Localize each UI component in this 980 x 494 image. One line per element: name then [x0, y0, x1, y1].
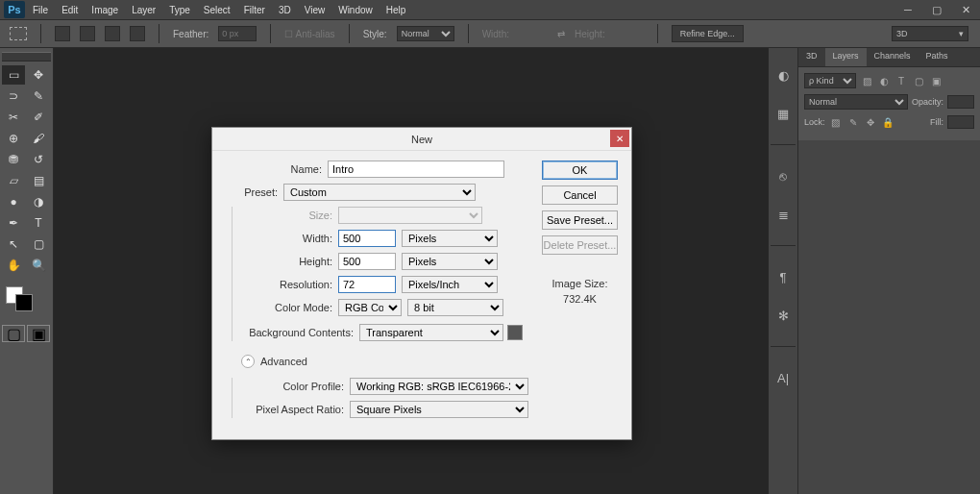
path-tool-icon[interactable]: ↖: [2, 235, 25, 254]
lock-pixels-icon[interactable]: ✎: [846, 115, 860, 129]
resolution-unit-select[interactable]: Pixels/Inch: [402, 276, 498, 293]
selection-new-icon[interactable]: [55, 26, 70, 41]
filter-adjust-icon[interactable]: ◐: [877, 74, 891, 87]
width-input[interactable]: [338, 230, 396, 247]
menu-window[interactable]: Window: [338, 5, 373, 15]
colorprofile-select[interactable]: Working RGB: sRGB IEC61966-2.1: [350, 378, 528, 395]
swatches-panel-icon[interactable]: ▦: [773, 104, 793, 123]
minimize-icon[interactable]: ─: [894, 0, 922, 19]
tool-preset-icon[interactable]: [10, 27, 27, 40]
close-icon[interactable]: ✕: [951, 0, 980, 19]
colormode-select[interactable]: RGB Color: [338, 299, 402, 316]
move-tool-icon[interactable]: ✥: [27, 65, 50, 85]
zoom-tool-icon[interactable]: 🔍: [27, 256, 50, 275]
standard-mode-icon[interactable]: ▢: [2, 325, 25, 342]
tab-3d[interactable]: 3D: [798, 48, 825, 66]
lasso-tool-icon[interactable]: ⊃: [2, 86, 25, 106]
lock-transparency-icon[interactable]: ▨: [829, 115, 843, 129]
lock-position-icon[interactable]: ✥: [864, 115, 877, 129]
stamp-tool-icon[interactable]: ⛃: [2, 150, 25, 169]
resolution-input[interactable]: [338, 276, 396, 293]
filter-smart-icon[interactable]: ▣: [929, 74, 943, 87]
colordepth-select[interactable]: 8 bit: [407, 299, 503, 316]
brush-tool-icon[interactable]: 🖌: [27, 129, 50, 148]
filter-kind-select[interactable]: ρ Kind: [804, 73, 856, 88]
tab-channels[interactable]: Channels: [867, 48, 919, 66]
feather-input[interactable]: [218, 26, 257, 41]
height-input[interactable]: [338, 253, 396, 270]
type-panel-icon[interactable]: A|: [773, 368, 793, 387]
type-tool-icon[interactable]: T: [27, 213, 50, 233]
gradient-tool-icon[interactable]: ▤: [27, 171, 50, 190]
swap-icon[interactable]: ⇄: [557, 29, 565, 39]
eraser-tool-icon[interactable]: ▱: [2, 171, 25, 190]
advanced-toggle[interactable]: ⌃ Advanced: [241, 355, 528, 368]
marquee-tool-icon[interactable]: ▭: [2, 65, 25, 85]
menu-type[interactable]: Type: [169, 5, 190, 15]
height-unit-select[interactable]: Pixels: [402, 253, 498, 270]
selection-intersect-icon[interactable]: [130, 26, 145, 41]
shape-tool-icon[interactable]: ▢: [27, 235, 50, 254]
mode-3d-select[interactable]: 3D▾: [892, 26, 968, 41]
styles-panel-icon[interactable]: ≣: [773, 205, 793, 224]
bgcontents-select[interactable]: Transparent: [359, 324, 503, 341]
name-input[interactable]: [328, 161, 504, 178]
crop-tool-icon[interactable]: ✂: [2, 108, 25, 127]
antialias-checkbox: ☐ Anti-alias: [284, 29, 334, 39]
maximize-icon[interactable]: ▢: [922, 0, 951, 19]
width-unit-select[interactable]: Pixels: [402, 230, 498, 247]
menu-file[interactable]: File: [33, 5, 48, 15]
refine-edge-button[interactable]: Refine Edge...: [672, 25, 744, 42]
size-label: Size:: [236, 210, 338, 221]
name-label: Name:: [226, 163, 328, 175]
eyedropper-tool-icon[interactable]: ✐: [27, 108, 50, 127]
adjustments-panel-icon[interactable]: ⎋: [773, 166, 793, 185]
fill-label: Fill:: [930, 117, 943, 127]
pixelaspect-select[interactable]: Square Pixels: [350, 401, 528, 418]
ok-button[interactable]: OK: [542, 161, 618, 180]
style-select[interactable]: Normal: [397, 26, 454, 41]
color-panel-icon[interactable]: ◐: [773, 65, 793, 85]
color-swatches[interactable]: [2, 283, 51, 315]
dialog-close-button[interactable]: ✕: [610, 130, 629, 147]
blend-mode-select[interactable]: Normal: [804, 94, 908, 110]
menu-edit[interactable]: Edit: [61, 5, 78, 15]
pen-tool-icon[interactable]: ✒: [2, 213, 25, 233]
tab-layers[interactable]: Layers: [825, 48, 867, 66]
menu-select[interactable]: Select: [204, 5, 231, 15]
cancel-button[interactable]: Cancel: [542, 185, 618, 205]
toolbox-grip[interactable]: [2, 52, 51, 62]
options-bar: Feather: ☐ Anti-alias Style: Normal Widt…: [0, 19, 980, 48]
menu-3d[interactable]: 3D: [279, 5, 291, 15]
quickselect-tool-icon[interactable]: ✎: [27, 86, 50, 106]
dodge-tool-icon[interactable]: ◑: [27, 192, 50, 211]
lock-all-icon[interactable]: 🔒: [881, 115, 894, 129]
menu-help[interactable]: Help: [386, 5, 406, 15]
fill-input[interactable]: [947, 115, 974, 129]
dialog-titlebar[interactable]: New ✕: [212, 128, 631, 151]
filter-pixel-icon[interactable]: ▨: [860, 74, 873, 87]
opacity-input[interactable]: [947, 95, 974, 109]
hand-tool-icon[interactable]: ✋: [2, 256, 25, 275]
menu-filter[interactable]: Filter: [244, 5, 265, 15]
background-swatch[interactable]: [15, 294, 33, 311]
filter-shape-icon[interactable]: ▢: [912, 74, 925, 87]
character-panel-icon[interactable]: ✻: [773, 306, 793, 325]
menu-image[interactable]: Image: [91, 5, 118, 15]
preset-select[interactable]: Custom: [283, 184, 476, 201]
imagesize-label: Image Size:: [542, 278, 618, 289]
paragraph-panel-icon[interactable]: ¶: [773, 267, 793, 286]
save-preset-button[interactable]: Save Preset...: [542, 210, 618, 230]
quickmask-mode-icon[interactable]: ▣: [27, 325, 50, 342]
bg-color-swatch[interactable]: [507, 325, 523, 340]
filter-type-icon[interactable]: T: [894, 74, 908, 87]
tab-paths[interactable]: Paths: [919, 48, 956, 66]
imagesize-value: 732.4K: [542, 293, 618, 305]
selection-add-icon[interactable]: [80, 26, 95, 41]
blur-tool-icon[interactable]: ●: [2, 192, 25, 211]
menu-view[interactable]: View: [305, 5, 326, 15]
healing-tool-icon[interactable]: ⊕: [2, 129, 25, 148]
menu-layer[interactable]: Layer: [132, 5, 156, 15]
history-brush-icon[interactable]: ↺: [27, 150, 50, 169]
selection-subtract-icon[interactable]: [105, 26, 120, 41]
